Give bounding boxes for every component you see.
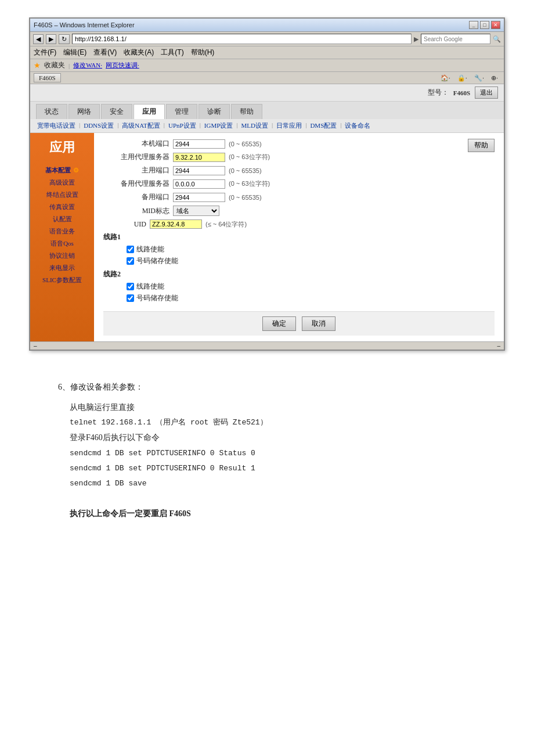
toolbar-separator: |: [68, 62, 70, 69]
back-btn[interactable]: ◀: [33, 34, 44, 44]
toolbar-wan-link[interactable]: 修改WAN·: [73, 61, 102, 70]
primary-proxy-range: (0 ~ 63位字符): [229, 153, 270, 161]
trunk2-enable-checkbox[interactable]: [127, 283, 134, 290]
logout-button[interactable]: 退出: [475, 87, 498, 99]
ok-button[interactable]: 确定: [262, 316, 296, 331]
subnav-upnp[interactable]: UPnP设置: [165, 120, 200, 131]
home-icon-btn[interactable]: 🏠·: [438, 74, 453, 82]
trunk1-enable-label: 线路使能: [136, 244, 164, 254]
backup-proxy-input[interactable]: [173, 179, 225, 189]
menu-help[interactable]: 帮助(H): [191, 48, 215, 57]
browser-actionbar: F460S 🏠· 🔒· 🔧· ⊕·: [30, 72, 504, 84]
menu-view[interactable]: 查看(V): [93, 48, 117, 57]
toolbar-web-link[interactable]: 网页快速调·: [106, 61, 139, 70]
router-topbar: 型号： F460S 退出: [30, 84, 504, 102]
tab-app[interactable]: 应用: [134, 104, 165, 119]
menu-file[interactable]: 文件(F): [34, 48, 56, 57]
sidebar-link-advanced[interactable]: 高级设置: [30, 177, 94, 189]
sidebar-link-protocol[interactable]: 协议注销: [30, 250, 94, 262]
subnav-nat[interactable]: 高级NAT配置: [118, 120, 163, 131]
trunk2-enable-row: 线路使能: [127, 282, 495, 291]
backup-port-input[interactable]: [173, 193, 225, 202]
local-port-row: 本机端口 (0 ~ 65535): [103, 139, 495, 149]
sidebar-title: 应用: [49, 139, 75, 156]
address-input[interactable]: [72, 34, 412, 44]
form-buttons: 确定 取消: [103, 311, 495, 336]
step6-telnet: telnet 192.168.1.1 （用户名 root 密码 Zte521）: [70, 415, 476, 430]
mid-select[interactable]: 域名: [173, 206, 219, 216]
refresh-btn[interactable]: ↻: [59, 34, 70, 44]
restore-btn[interactable]: □: [480, 21, 489, 29]
menu-favorites[interactable]: 收藏夹(A): [124, 48, 154, 57]
cancel-button[interactable]: 取消: [302, 316, 335, 331]
favorites-label[interactable]: 收藏夹: [44, 60, 65, 70]
action-icons: 🏠· 🔒· 🔧· ⊕·: [438, 74, 500, 82]
sidebar-link-callerid[interactable]: 来电显示: [30, 262, 94, 274]
page-tab[interactable]: F460S: [34, 73, 61, 82]
menu-tools[interactable]: 工具(T): [161, 48, 183, 57]
step6-from-text: 从电脑运行里直接: [70, 403, 135, 412]
note: 执行以上命令后一定要重启 F460S: [70, 506, 476, 522]
minimize-btn[interactable]: _: [469, 21, 478, 29]
subnav-daily[interactable]: 日常应用: [273, 120, 305, 131]
cmd3: sendcmd 1 DB save: [70, 476, 476, 491]
tab-diag[interactable]: 诊断: [199, 104, 230, 119]
subnav-mld[interactable]: MLD设置: [238, 120, 272, 131]
close-btn[interactable]: ✕: [491, 21, 500, 29]
mid-label: MID标志: [103, 206, 173, 216]
sidebar-link-default[interactable]: 认配置: [30, 213, 94, 225]
primary-port-label: 主用端口: [103, 165, 173, 175]
sidebar-link-slic[interactable]: SLIC参数配置: [30, 274, 94, 286]
router-subnav: 宽带电话设置 | DDNS设置 | 高级NAT配置 | UPnP设置 | IGM…: [30, 119, 504, 133]
step6-line2: 登录F460后执行以下命令: [70, 430, 476, 446]
trunk2-num-checkbox[interactable]: [127, 294, 134, 302]
trunk1-enable-checkbox[interactable]: [127, 246, 134, 253]
trunk2-label: 线路2: [103, 269, 495, 279]
question-icon-btn[interactable]: ⊕·: [489, 74, 500, 82]
router-form: 帮助 本机端口 (0 ~ 65535) 主用代理服务器 (0 ~ 63位字符) …: [94, 133, 504, 341]
step6-header: 6、修改设备相关参数：: [58, 380, 476, 395]
backup-proxy-row: 备用代理服务器 (0 ~ 63位字符): [103, 179, 495, 189]
sidebar-link-endpoint[interactable]: 终结点设置: [30, 189, 94, 201]
security-icon-btn[interactable]: 🔒·: [455, 74, 470, 82]
subnav-igmp[interactable]: IGMP设置: [201, 120, 237, 131]
tab-security[interactable]: 安全: [101, 104, 132, 119]
tab-network[interactable]: 网络: [68, 104, 100, 119]
sidebar-link-voice[interactable]: 语音业务: [30, 225, 94, 237]
search-input[interactable]: [421, 34, 490, 44]
local-port-input[interactable]: [173, 139, 225, 149]
router-content: 型号： F460S 退出 状态 网络 安全 应用 管理 诊断 帮助 宽带电话设置…: [30, 84, 504, 341]
sidebar-link-qos[interactable]: 语音Qos: [30, 237, 94, 250]
trunk2-num-row: 号码储存使能: [127, 293, 495, 303]
browser-controls: _ □ ✕: [469, 21, 500, 29]
step6-prefix: 6、修改设备相关参数：: [58, 383, 143, 391]
tab-status[interactable]: 状态: [36, 104, 67, 119]
sidebar-menu: 基本配置 ⚙ 高级设置 终结点设置 传真设置 认配置 语音业务 语音Qos 协议…: [30, 164, 94, 286]
help-button[interactable]: 帮助: [468, 139, 495, 152]
browser-titlebar: F460S – Windows Internet Explorer _ □ ✕: [30, 19, 504, 32]
tools-icon-btn[interactable]: 🔧·: [472, 74, 486, 82]
primary-port-input[interactable]: [173, 166, 225, 175]
uid-row: UID (≤ ~ 64位字符): [115, 219, 495, 229]
tab-help[interactable]: 帮助: [231, 104, 262, 119]
uid-range: (≤ ~ 64位字符): [205, 220, 247, 229]
backup-proxy-label: 备用代理服务器: [103, 179, 173, 189]
primary-proxy-input[interactable]: [173, 153, 225, 162]
status-text: –: [34, 343, 37, 349]
subnav-device-name[interactable]: 设备命名: [341, 120, 374, 131]
forward-btn[interactable]: ▶: [46, 34, 56, 44]
uid-input[interactable]: [150, 219, 202, 229]
subnav-broadband[interactable]: 宽带电话设置: [34, 120, 79, 131]
step6-line1: 从电脑运行里直接: [70, 400, 476, 416]
backup-port-label: 备用端口: [103, 192, 173, 202]
browser-addressbar: ◀ ▶ ↻ ▶ 🔍: [30, 32, 504, 46]
local-port-label: 本机端口: [103, 139, 173, 149]
sidebar-link-fax[interactable]: 传真设置: [30, 201, 94, 213]
trunk1-num-checkbox[interactable]: [127, 257, 134, 265]
subnav-ddns[interactable]: DDNS设置: [80, 120, 117, 131]
trunk2-num-label: 号码储存使能: [136, 293, 178, 303]
sidebar-link-basic[interactable]: 基本配置 ⚙: [30, 164, 94, 177]
subnav-dms[interactable]: DMS配置: [306, 120, 340, 131]
tab-manage[interactable]: 管理: [166, 104, 197, 119]
menu-edit[interactable]: 编辑(E): [63, 48, 86, 57]
